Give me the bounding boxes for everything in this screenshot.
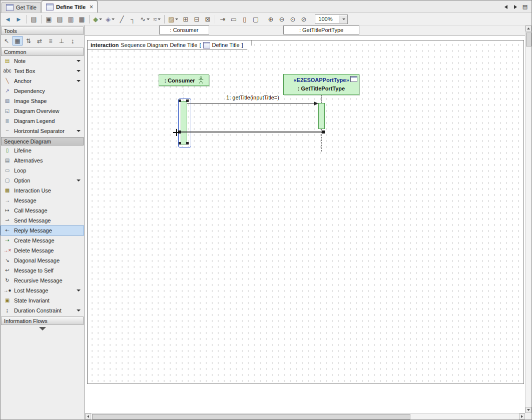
vertical-scrollbar[interactable] [525, 26, 531, 413]
distribute-tool-button[interactable]: ⊥ [57, 36, 67, 46]
diagram-frame-label[interactable]: interaction Sequence Diagram Define Titl… [88, 40, 252, 50]
message-icon: → [3, 198, 12, 203]
snap-to-grid-button[interactable]: ⊟ [191, 14, 202, 24]
reply-message-line-in-progress[interactable] [180, 132, 325, 132]
palette-item-text-box[interactable]: abcText Box [1, 66, 84, 76]
nav-back-button[interactable]: ◄ [3, 14, 13, 24]
selection-tool-button[interactable]: ↖ [2, 36, 12, 46]
zoom-select[interactable]: 100% [315, 14, 348, 24]
scroll-left-button[interactable] [85, 414, 91, 420]
palette-item-diagonal-message[interactable]: ↘Diagonal Message [1, 256, 84, 266]
palette-section-sequence-diagram[interactable]: Sequence Diagram [1, 137, 84, 146]
tab-get-title[interactable]: Get Title [2, 2, 41, 12]
palette-item-image-shape[interactable]: ▧Image Shape [1, 96, 84, 106]
clone-button[interactable]: ▦ [77, 14, 87, 24]
resize-handle[interactable] [186, 142, 189, 144]
palette-item-message-to-self[interactable]: ↩Message to Self [1, 266, 84, 276]
scroll-down-button[interactable] [525, 407, 531, 413]
zoom-in-button[interactable]: ⊕ [265, 14, 276, 24]
scroll-tabs-left-button[interactable] [502, 3, 509, 10]
tab-list-button[interactable]: ▤ [521, 3, 528, 10]
palette-item-reply-message[interactable]: ⇠Reply Message [1, 226, 84, 236]
rectilinear-path-button[interactable]: ┐ [128, 14, 138, 24]
call-message-line[interactable] [187, 104, 314, 104]
palette-item-loop[interactable]: ▭Loop [1, 166, 84, 176]
spline-path-button[interactable]: ≈ [152, 14, 162, 24]
diagram-canvas[interactable]: interaction Sequence Diagram Define Titl… [85, 36, 525, 413]
palette-item-state-invariant[interactable]: ▣State Invariant [1, 296, 84, 306]
horizontal-scroll-thumb[interactable] [92, 414, 410, 420]
activation-bar-porttype[interactable] [318, 103, 325, 129]
palette-item-diagram-overview[interactable]: ◱Diagram Overview [1, 106, 84, 116]
relation-tools-button[interactable]: ◈ [104, 14, 116, 24]
oblique-path-button[interactable]: ╱ [117, 14, 127, 24]
palette-item-interaction-use[interactable]: ▩Interaction Use [1, 186, 84, 196]
zoom-dropdown-button[interactable] [339, 16, 347, 23]
palette-item-option[interactable]: ▢Option [1, 176, 84, 186]
toolbar-separator [41, 15, 42, 24]
align-vertical-tool-button[interactable]: ⇅ [24, 36, 34, 46]
sticky-lifeline-label-consumer[interactable]: : Consumer [159, 26, 209, 34]
selection-outline[interactable] [178, 98, 191, 148]
nav-forward-button[interactable]: ► [14, 14, 24, 24]
show-tagged-values-button[interactable]: ▯ [239, 14, 250, 24]
palette-item-alternatives[interactable]: ▤Alternatives [1, 156, 84, 166]
show-grid-button[interactable]: ⊞ [180, 14, 191, 24]
resize-handle[interactable] [179, 100, 181, 102]
collapse-all-button[interactable]: ⇥ [217, 14, 228, 24]
tab-define-title[interactable]: Define Title × [42, 0, 98, 12]
marquee-select-tool-button[interactable]: ▦ [13, 36, 23, 46]
lifeline-dash-porttype[interactable] [321, 95, 322, 103]
palette-item-anchor[interactable]: ╲Anchor [1, 76, 84, 86]
show-stereotypes-button[interactable]: ▭ [228, 14, 239, 24]
resize-handle[interactable] [186, 100, 189, 102]
line-endpoint-handle[interactable] [322, 130, 325, 134]
palette-item-duration-constraint[interactable]: ↨Duration Constraint [1, 306, 84, 316]
sticky-lifeline-label-porttype[interactable]: : GetTitlePortType [283, 26, 359, 34]
palette-item-delete-message[interactable]: →×Delete Message [1, 246, 84, 256]
vertical-scroll-thumb[interactable] [526, 32, 531, 46]
scroll-right-button[interactable] [519, 414, 525, 420]
palette-section-common[interactable]: Common [1, 48, 84, 56]
zoom-selection-button[interactable]: ⊘ [298, 14, 309, 24]
fill-color-button[interactable]: ▨ [167, 14, 180, 24]
diagram-layout-button[interactable]: ⊠ [202, 14, 213, 24]
scroll-up-button[interactable] [525, 26, 531, 32]
palette-item-lifeline[interactable]: ▯Lifeline [1, 146, 84, 156]
palette-section-information-flows[interactable]: Information Flows [1, 316, 84, 325]
palette-item-horizontal-separator[interactable]: ┄Horizontal Separator [1, 126, 84, 136]
select-in-containment-tree-button[interactable]: ▤ [29, 14, 39, 24]
palette-scroll-down-button[interactable] [1, 327, 84, 330]
palette-item-call-message[interactable]: ↦Call Message [1, 206, 84, 216]
close-tab-button[interactable]: × [90, 4, 93, 10]
center-lines-tool-button[interactable]: ≡ [46, 36, 56, 46]
dropdown-caret-icon [77, 310, 81, 312]
scroll-tabs-right-button[interactable] [512, 3, 519, 10]
call-message-label[interactable]: 1: getTitle(inputTitle=) [203, 94, 303, 100]
palette-item-message[interactable]: →Message [1, 196, 84, 206]
fit-in-window-button[interactable]: ⊙ [287, 14, 298, 24]
lifeline-head-porttype[interactable]: «E2ESOAPPortType» : GetTitlePortType [283, 74, 359, 95]
show-diagram-frame-button[interactable]: ▢ [250, 14, 261, 24]
palette-section-tools[interactable]: Tools [1, 26, 84, 35]
resize-tool-button[interactable]: ↨ [68, 36, 78, 46]
palette-item-diagram-legend[interactable]: ≣Diagram Legend [1, 116, 84, 126]
palette-item-note[interactable]: ▤Note [1, 56, 84, 66]
align-horizontal-tool-button[interactable]: ⇄ [35, 36, 45, 46]
paste-button[interactable]: ▤ [55, 14, 65, 24]
palette-item-lost-message[interactable]: →●Lost Message [1, 286, 84, 296]
paste-with-style-button[interactable]: ▥ [66, 14, 76, 24]
palette-item-recursive-message[interactable]: ↻Recursive Message [1, 276, 84, 286]
bezier-path-button[interactable]: ∿ [139, 14, 151, 24]
palette-item-label: Option [14, 178, 74, 184]
horizontal-scrollbar[interactable] [85, 413, 525, 420]
palette-item-send-message[interactable]: ⇀Send Message [1, 216, 84, 226]
resize-handle[interactable] [179, 142, 181, 144]
center-lines-tool-icon: ≡ [49, 38, 52, 44]
zoom-out-button[interactable]: ⊖ [276, 14, 287, 24]
shape-tools-button[interactable]: ◆ [92, 14, 104, 24]
copy-button[interactable]: ▣ [44, 14, 54, 24]
palette-item-dependency[interactable]: ↗Dependency [1, 86, 84, 96]
palette-item-create-message[interactable]: ⇢Create Message [1, 236, 84, 246]
lifeline-head-consumer[interactable]: : Consumer [159, 74, 209, 86]
